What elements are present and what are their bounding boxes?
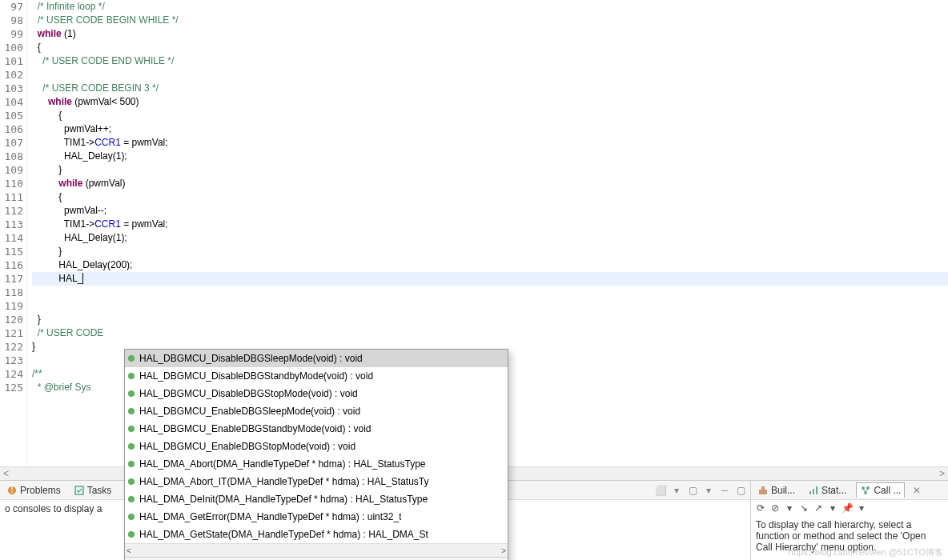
autocomplete-item[interactable]: HAL_DBGMCU_DisableDBGSleepMode(void) : v…: [125, 350, 508, 367]
svg-rect-8: [813, 489, 814, 494]
autocomplete-h-scrollbar[interactable]: <>: [125, 543, 508, 557]
autocomplete-item[interactable]: HAL_DBGMCU_EnableDBGSleepMode(void) : vo…: [125, 402, 508, 420]
svg-point-10: [862, 486, 865, 490]
autocomplete-footer: Press 'Alt+/' to show Template Proposals: [125, 557, 508, 560]
autocomplete-item[interactable]: HAL_DBGMCU_EnableDBGStopMode(void) : voi…: [125, 438, 508, 455]
svg-text:!: !: [10, 485, 13, 495]
autocomplete-item[interactable]: HAL_DBGMCU_DisableDBGStopMode(void) : vo…: [125, 385, 508, 402]
tab-call-hierarchy[interactable]: Call ...: [856, 482, 905, 498]
svg-rect-7: [809, 491, 811, 494]
close-icon[interactable]: ✕: [913, 485, 921, 496]
tab-label: Stat...: [821, 485, 846, 496]
autocomplete-list[interactable]: HAL_DBGMCU_DisableDBGSleepMode(void) : v…: [125, 350, 508, 543]
call-icon: [860, 485, 871, 496]
autocomplete-item[interactable]: HAL_DBGMCU_DisableDBGStandbyMode(void) :…: [125, 367, 508, 385]
svg-point-11: [866, 486, 870, 490]
watermark: https://blog.csdn.net/wen @51CTO博客: [789, 546, 943, 558]
tasks-icon: [74, 485, 85, 496]
static-icon: [808, 485, 819, 496]
lock-icon[interactable]: ▾: [702, 484, 715, 497]
autocomplete-item[interactable]: HAL_DMA_GetError(DMA_HandleTypeDef * hdm…: [125, 508, 508, 526]
display-icon[interactable]: ▾: [670, 484, 683, 497]
line-gutter: 9798991001011021031041051061071081091101…: [0, 0, 27, 480]
svg-rect-6: [761, 486, 765, 490]
svg-rect-5: [759, 490, 767, 494]
right-toolbar: ⟳ ⊘ ▾ ↘ ↗ ▾ 📌 ▾: [751, 500, 948, 516]
maximize-icon[interactable]: ▢: [734, 484, 747, 497]
svg-rect-9: [816, 486, 817, 494]
tab-problems[interactable]: ! Problems: [3, 483, 64, 498]
problems-icon: !: [6, 485, 18, 496]
tab-label: Tasks: [87, 485, 112, 496]
autocomplete-item[interactable]: HAL_DMA_DeInit(DMA_HandleTypeDef * hdma)…: [125, 490, 508, 508]
refresh-icon[interactable]: ⟳: [754, 502, 767, 514]
right-tab-strip: Buil... Stat... Call ... ✕: [751, 481, 948, 500]
tab-tasks[interactable]: Tasks: [70, 483, 115, 498]
history-icon[interactable]: ▾: [783, 502, 796, 514]
svg-point-12: [864, 491, 867, 494]
minimize-icon[interactable]: ─: [718, 484, 731, 497]
panel-toolbar: ⬜ ▾ ▢ ▾ ─ ▢: [654, 484, 747, 497]
pin-icon[interactable]: ⬜: [654, 484, 667, 497]
tab-static[interactable]: Stat...: [805, 483, 850, 498]
autocomplete-item[interactable]: HAL_DMA_GetState(DMA_HandleTypeDef * hdm…: [125, 526, 508, 543]
autocomplete-item[interactable]: HAL_DMA_Abort_IT(DMA_HandleTypeDef * hdm…: [125, 473, 508, 490]
layout-icon[interactable]: ▾: [826, 502, 839, 514]
callees-icon[interactable]: ↗: [812, 502, 825, 514]
clear-icon[interactable]: ▢: [686, 484, 699, 497]
tab-build[interactable]: Buil...: [754, 483, 798, 498]
autocomplete-item[interactable]: HAL_DBGMCU_EnableDBGStandbyMode(void) : …: [125, 420, 508, 438]
tab-label: Buil...: [771, 485, 795, 496]
autocomplete-item[interactable]: HAL_DMA_Abort(DMA_HandleTypeDef * hdma) …: [125, 455, 508, 473]
tab-label: Problems: [20, 485, 61, 496]
autocomplete-popup: HAL_DBGMCU_DisableDBGSleepMode(void) : v…: [124, 349, 508, 560]
callers-icon[interactable]: ↘: [797, 502, 810, 514]
menu-icon[interactable]: ▾: [855, 502, 868, 514]
pin-icon[interactable]: 📌: [841, 502, 854, 514]
cancel-icon[interactable]: ⊘: [769, 502, 781, 514]
build-icon: [757, 485, 769, 496]
tab-label: Call ...: [874, 485, 901, 496]
